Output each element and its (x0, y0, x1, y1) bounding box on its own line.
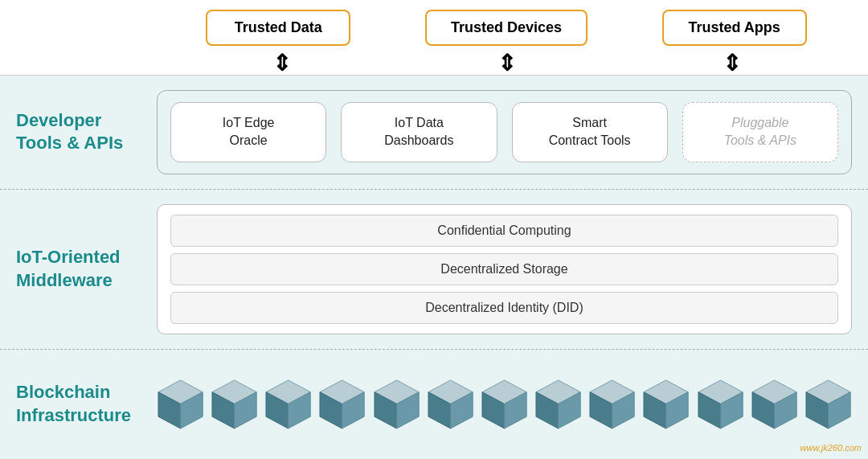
blockchain-block (157, 376, 204, 432)
blockchain-block (318, 376, 366, 432)
iot-edge-oracle-card: IoT EdgeOracle (170, 102, 326, 162)
blockchain-block (751, 376, 798, 432)
pluggable-tools-card: PluggableTools & APIs (682, 102, 838, 162)
arrow-row: ⇕ ⇕ ⇕ (0, 46, 868, 75)
blockchain-label: BlockchainInfrastructure (16, 381, 157, 427)
confidential-computing-card: Confidential Computing (170, 215, 838, 247)
trusted-data-box: Trusted Data (206, 10, 350, 46)
trusted-devices-label: Trusted Devices (451, 19, 562, 35)
dev-tools-label: DeveloperTools & APIs (16, 109, 157, 155)
smart-contract-tools-card: SmartContract Tools (512, 102, 668, 162)
content-area: DeveloperTools & APIs IoT EdgeOracle IoT… (0, 75, 868, 459)
top-section: Trusted Data Trusted Devices Trusted App… (0, 0, 868, 46)
blockchain-block (264, 376, 312, 432)
middleware-cards: Confidential Computing Decentralized Sto… (157, 204, 852, 334)
blockchain-blocks (157, 376, 852, 432)
blockchain-block (697, 376, 744, 432)
trusted-data-label: Trusted Data (235, 19, 322, 35)
confidential-computing-text: Confidential Computing (437, 223, 571, 237)
arrow-1: ⇕ (209, 52, 354, 75)
middleware-label: IoT-OrientedMiddleware (16, 246, 157, 292)
trusted-box-container: Trusted Data Trusted Devices Trusted App… (161, 10, 852, 46)
iot-data-dashboards-card: IoT DataDashboards (341, 102, 497, 162)
main-container: Trusted Data Trusted Devices Trusted App… (0, 0, 868, 459)
decentralized-identity-card: Decentralized Identity (DID) (170, 292, 838, 324)
blockchain-block (805, 376, 852, 432)
middleware-row: IoT-OrientedMiddleware Confidential Comp… (0, 190, 868, 350)
blockchain-block (642, 376, 690, 432)
pluggable-tools-text: PluggableTools & APIs (724, 114, 796, 150)
arrow-row-inner: ⇕ ⇕ ⇕ (161, 52, 852, 75)
watermark: www.jk260.com (800, 443, 862, 453)
blockchain-block (534, 376, 582, 432)
trusted-devices-box: Trusted Devices (425, 10, 588, 46)
trusted-apps-label: Trusted Apps (688, 19, 780, 35)
blockchain-block (427, 376, 474, 432)
trusted-apps-box: Trusted Apps (662, 10, 807, 46)
decentralized-identity-text: Decentralized Identity (DID) (425, 301, 583, 314)
blockchain-block (588, 376, 636, 432)
dev-tools-row: DeveloperTools & APIs IoT EdgeOracle IoT… (0, 76, 868, 190)
arrow-3: ⇕ (659, 52, 804, 75)
iot-edge-oracle-text: IoT EdgeOracle (223, 114, 275, 150)
blockchain-block (481, 376, 528, 432)
decentralized-storage-card: Decentralized Storage (170, 253, 838, 285)
blockchain-row: BlockchainInfrastructure (0, 350, 868, 459)
blockchain-block (211, 376, 258, 432)
decentralized-storage-text: Decentralized Storage (440, 262, 567, 276)
arrow-2: ⇕ (434, 52, 579, 75)
smart-contract-tools-text: SmartContract Tools (549, 114, 631, 150)
dev-tools-cards: IoT EdgeOracle IoT DataDashboards SmartC… (157, 90, 852, 174)
iot-data-dashboards-text: IoT DataDashboards (384, 114, 453, 150)
blockchain-block (373, 376, 420, 432)
